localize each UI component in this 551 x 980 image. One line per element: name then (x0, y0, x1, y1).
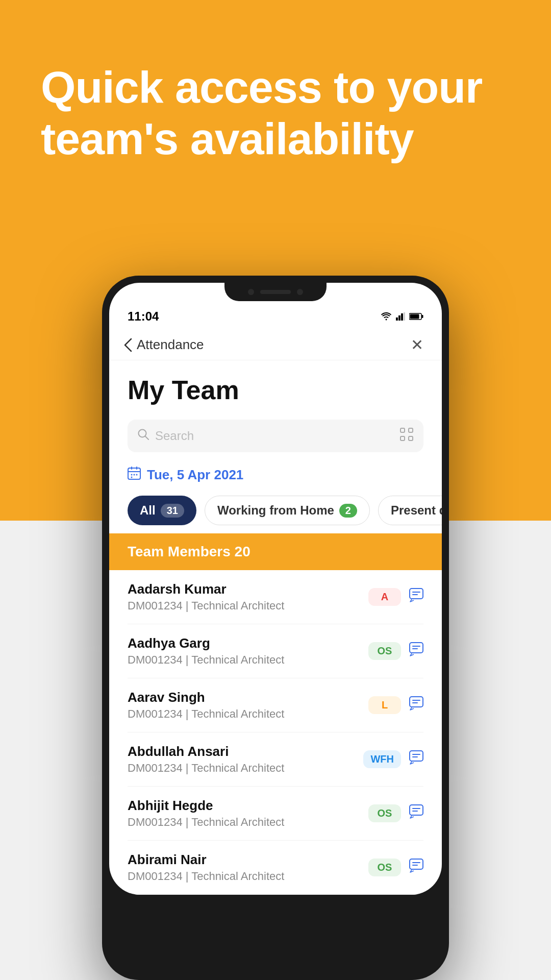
phone-section: 11:04 (0, 245, 551, 980)
search-icon (138, 429, 149, 443)
status-badge: L (368, 696, 401, 714)
phone-mockup: 11:04 (102, 276, 449, 980)
close-button[interactable]: ✕ (411, 336, 423, 354)
status-badge: OS (368, 859, 401, 876)
speaker-bar (260, 290, 291, 294)
svg-rect-17 (410, 589, 423, 599)
search-bar[interactable]: Search (128, 420, 423, 452)
wifi-icon (381, 309, 392, 324)
svg-rect-11 (409, 436, 413, 440)
svg-rect-3 (404, 312, 405, 321)
svg-rect-22 (410, 859, 423, 869)
member-info: Aadarsh Kumar DM001234 | Technical Archi… (128, 581, 368, 612)
camera-dot (248, 289, 254, 295)
table-row: Abhijit Hegde DM001234 | Technical Archi… (128, 787, 423, 841)
member-actions: OS (368, 642, 423, 660)
member-list: Aadarsh Kumar DM001234 | Technical Archi… (109, 570, 442, 895)
member-info: Abirami Nair DM001234 | Technical Archit… (128, 852, 368, 883)
table-row: Abdullah Ansari DM001234 | Technical Arc… (128, 732, 423, 787)
scan-icon[interactable] (400, 428, 413, 444)
svg-point-16 (131, 477, 133, 478)
phone-notch (224, 283, 327, 301)
tab-all-badge: 31 (161, 504, 184, 518)
member-info: Abdullah Ansari DM001234 | Technical Arc… (128, 744, 363, 775)
svg-rect-8 (400, 428, 405, 432)
chat-icon[interactable] (409, 642, 423, 660)
svg-rect-10 (400, 436, 405, 440)
status-badge: A (368, 588, 401, 606)
status-badge: OS (368, 804, 401, 822)
tab-wfh-label: Working from Home (217, 503, 334, 518)
svg-rect-9 (409, 428, 413, 432)
tab-all-label: All (140, 503, 156, 518)
member-name: Aarav Singh (128, 690, 368, 705)
member-name: Abdullah Ansari (128, 744, 363, 760)
member-name: Abirami Nair (128, 852, 368, 868)
svg-rect-0 (396, 317, 398, 321)
table-row: Aadhya Garg DM001234 | Technical Archite… (128, 624, 423, 678)
member-info: Aadhya Garg DM001234 | Technical Archite… (128, 635, 368, 667)
app-header: Attendance ✕ (109, 330, 442, 360)
tab-all[interactable]: All 31 (128, 496, 196, 525)
svg-point-15 (136, 474, 138, 476)
signal-icon (396, 309, 405, 324)
hero-title: Quick access to your team's availability (41, 61, 510, 164)
chat-icon[interactable] (409, 750, 423, 768)
member-meta: DM001234 | Technical Architect (128, 653, 368, 667)
member-actions: L (368, 696, 423, 714)
status-icons (381, 309, 423, 324)
member-name: Abhijit Hegde (128, 798, 368, 814)
member-info: Abhijit Hegde DM001234 | Technical Archi… (128, 798, 368, 829)
svg-rect-5 (410, 314, 419, 319)
time-display: 11:04 (128, 309, 159, 324)
chat-icon[interactable] (409, 859, 423, 876)
chat-icon[interactable] (409, 588, 423, 606)
member-meta: DM001234 | Technical Architect (128, 707, 368, 721)
svg-rect-18 (410, 643, 423, 653)
status-badge: OS (368, 642, 401, 660)
svg-rect-19 (410, 697, 423, 707)
svg-rect-12 (128, 468, 140, 479)
status-badge: WFH (363, 750, 401, 768)
svg-point-7 (139, 430, 146, 437)
member-name: Aadhya Garg (128, 635, 368, 651)
back-label: Attendance (137, 337, 204, 353)
date-text: Tue, 5 Apr 2021 (147, 467, 243, 483)
phone-screen: 11:04 (109, 283, 442, 895)
filter-tabs: All 31 Working from Home 2 Present d (109, 492, 442, 533)
member-actions: OS (368, 859, 423, 876)
table-row: Abirami Nair DM001234 | Technical Archit… (128, 841, 423, 895)
member-info: Aarav Singh DM001234 | Technical Archite… (128, 690, 368, 721)
back-button[interactable]: Attendance (123, 337, 204, 353)
page-title-section: My Team (109, 360, 442, 413)
svg-rect-20 (410, 751, 423, 761)
svg-rect-1 (398, 315, 400, 321)
calendar-icon (128, 467, 141, 483)
member-name: Aadarsh Kumar (128, 581, 368, 597)
battery-icon (409, 309, 423, 324)
chat-icon[interactable] (409, 804, 423, 822)
member-actions: OS (368, 804, 423, 822)
date-row[interactable]: Tue, 5 Apr 2021 (109, 458, 442, 492)
tab-wfh-badge: 2 (339, 504, 357, 518)
page-title: My Team (128, 375, 423, 405)
svg-point-13 (131, 474, 133, 476)
member-actions: A (368, 588, 423, 606)
team-members-label: Team Members 20 (128, 544, 251, 559)
hero-section: Quick access to your team's availability (0, 0, 551, 245)
svg-point-14 (134, 474, 135, 476)
member-actions: WFH (363, 750, 423, 768)
team-members-header: Team Members 20 (109, 533, 442, 570)
member-meta: DM001234 | Technical Architect (128, 762, 363, 775)
tab-wfh[interactable]: Working from Home 2 (205, 496, 370, 525)
chat-icon[interactable] (409, 696, 423, 714)
member-meta: DM001234 | Technical Architect (128, 870, 368, 883)
member-meta: DM001234 | Technical Architect (128, 599, 368, 612)
svg-rect-2 (401, 313, 403, 321)
svg-rect-21 (410, 805, 423, 815)
table-row: Aadarsh Kumar DM001234 | Technical Archi… (128, 570, 423, 624)
tab-present[interactable]: Present d (378, 496, 442, 525)
svg-rect-6 (422, 315, 423, 318)
tab-present-label: Present d (391, 503, 442, 518)
search-placeholder: Search (155, 429, 394, 443)
